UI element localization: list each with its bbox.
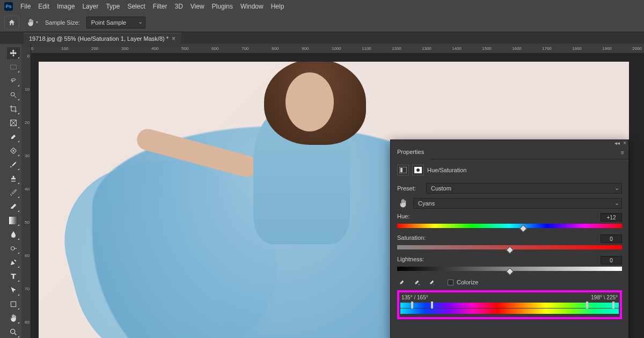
hue-label: Hue: bbox=[397, 213, 409, 222]
ruler-tick: 100 bbox=[61, 46, 68, 51]
menu-plugins[interactable]: Plugins bbox=[212, 3, 233, 10]
healing-tool[interactable] bbox=[7, 145, 20, 157]
ruler-tick: 60 bbox=[25, 253, 30, 258]
properties-tab[interactable]: Properties bbox=[391, 145, 430, 159]
adjustment-title: Hue/Saturation bbox=[427, 167, 466, 173]
targeted-adjust-icon[interactable] bbox=[397, 198, 409, 209]
ruler-tick: 1600 bbox=[512, 46, 522, 51]
menu-type[interactable]: Type bbox=[106, 3, 120, 10]
history-brush-tool[interactable] bbox=[7, 187, 20, 199]
dodge-tool[interactable] bbox=[7, 243, 20, 254]
ruler-tick: 1100 bbox=[362, 46, 371, 51]
stamp-tool[interactable] bbox=[7, 173, 20, 185]
zoom-tool[interactable] bbox=[7, 326, 20, 338]
ruler-tick: 400 bbox=[151, 46, 158, 51]
properties-panel: ◂◂ × Properties ≡ Hue/Saturat bbox=[390, 139, 629, 338]
hue-slider[interactable] bbox=[397, 224, 622, 228]
ruler-tick: 700 bbox=[241, 46, 248, 51]
move-tool[interactable] bbox=[7, 47, 20, 59]
svg-text:-: - bbox=[433, 283, 434, 286]
menu-image[interactable]: Image bbox=[57, 3, 75, 10]
document-tab[interactable]: 19718.jpg @ 55% (Hue/Saturation 1, Layer… bbox=[24, 33, 181, 44]
menu-select[interactable]: Select bbox=[127, 3, 145, 10]
close-icon[interactable]: × bbox=[172, 35, 175, 42]
crop-tool[interactable] bbox=[7, 103, 20, 115]
menu-edit[interactable]: Edit bbox=[38, 3, 49, 10]
preset-dropdown[interactable]: Custom bbox=[426, 183, 622, 194]
type-tool[interactable] bbox=[7, 270, 20, 282]
svg-rect-0 bbox=[11, 65, 17, 69]
ruler-tick: 200 bbox=[91, 46, 98, 51]
ruler-tick: 1700 bbox=[542, 46, 552, 51]
eyedropper-subtract-icon[interactable]: - bbox=[427, 277, 437, 287]
svg-point-7 bbox=[11, 329, 15, 334]
range-left-label: 135° / 165° bbox=[401, 295, 428, 300]
svg-text:+: + bbox=[418, 283, 420, 286]
sample-size-value: Point Sample bbox=[91, 19, 126, 26]
color-range-slider-bottom[interactable] bbox=[400, 308, 619, 314]
eyedropper-tool[interactable] bbox=[7, 131, 20, 143]
gradient-tool[interactable] bbox=[7, 215, 20, 226]
range-right-label: 198° \ 225° bbox=[591, 295, 618, 300]
lasso-tool[interactable] bbox=[7, 75, 20, 87]
home-button[interactable] bbox=[4, 16, 19, 30]
saturation-value-input[interactable]: 0 bbox=[601, 234, 622, 243]
hand-tool[interactable] bbox=[7, 312, 20, 324]
marquee-tool[interactable] bbox=[7, 61, 20, 73]
eyedropper-icon[interactable] bbox=[397, 277, 407, 287]
saturation-slider[interactable] bbox=[397, 245, 622, 249]
canvas[interactable]: ◂◂ × Properties ≡ Hue/Saturat bbox=[31, 54, 644, 338]
ruler-tick: 1500 bbox=[482, 46, 492, 51]
channel-value: Cyans bbox=[418, 200, 435, 207]
lightness-slider[interactable] bbox=[397, 267, 622, 271]
menu-file[interactable]: File bbox=[20, 3, 31, 10]
menu-help[interactable]: Help bbox=[271, 3, 284, 10]
menu-3d[interactable]: 3D bbox=[174, 3, 182, 10]
lightness-label: Lightness: bbox=[397, 256, 424, 264]
panel-menu-icon[interactable]: ≡ bbox=[621, 149, 624, 156]
hue-value-input[interactable]: +12 bbox=[601, 213, 622, 222]
sample-size-dropdown[interactable]: Point Sample bbox=[86, 17, 145, 28]
ruler-tick: 900 bbox=[302, 46, 309, 51]
brush-tool[interactable] bbox=[7, 159, 20, 171]
ruler-tick: 20 bbox=[25, 120, 30, 125]
color-range-slider-top[interactable] bbox=[400, 303, 619, 308]
current-tool-icon[interactable]: ▾ bbox=[26, 16, 39, 29]
svg-rect-4 bbox=[9, 217, 18, 224]
ruler-tick: 0 bbox=[27, 54, 30, 58]
eraser-tool[interactable] bbox=[7, 201, 20, 212]
blur-tool[interactable] bbox=[7, 229, 20, 240]
panel-dock-left bbox=[0, 44, 5, 338]
menu-window[interactable]: Window bbox=[240, 3, 264, 10]
eyedropper-add-icon[interactable]: + bbox=[412, 277, 422, 287]
path-select-tool[interactable] bbox=[7, 284, 20, 296]
menu-filter[interactable]: Filter bbox=[153, 3, 167, 10]
panel-grip[interactable]: ◂◂ × bbox=[391, 140, 628, 145]
ruler-tick: 600 bbox=[211, 46, 218, 51]
quick-select-tool[interactable] bbox=[7, 89, 20, 101]
canvas-area: 0100200300400500600700800900100011001200… bbox=[31, 44, 644, 338]
options-bar: ▾ Sample Size: Point Sample bbox=[0, 13, 644, 32]
svg-point-1 bbox=[11, 92, 14, 96]
colorize-label: Colorize bbox=[457, 279, 478, 285]
frame-tool[interactable] bbox=[7, 117, 20, 129]
shape-tool[interactable] bbox=[7, 298, 20, 310]
menu-view[interactable]: View bbox=[191, 3, 204, 10]
app-logo: Ps bbox=[4, 2, 13, 11]
adjustment-icon[interactable] bbox=[397, 165, 409, 175]
preset-label: Preset: bbox=[397, 185, 422, 192]
ruler-tick: 2000 bbox=[632, 46, 642, 51]
close-panel-icon[interactable]: × bbox=[623, 140, 626, 146]
ruler-tick: 30 bbox=[25, 153, 30, 158]
channel-dropdown[interactable]: Cyans bbox=[413, 198, 622, 209]
ruler-tick: 1800 bbox=[572, 46, 582, 51]
menu-layer[interactable]: Layer bbox=[82, 3, 98, 10]
document-tab-title: 19718.jpg @ 55% (Hue/Saturation 1, Layer… bbox=[29, 35, 169, 42]
ruler-tick: 500 bbox=[181, 46, 188, 51]
mask-icon[interactable] bbox=[412, 165, 424, 175]
colorize-checkbox[interactable] bbox=[448, 280, 453, 285]
collapse-icon[interactable]: ◂◂ bbox=[614, 140, 620, 146]
lightness-value-input[interactable]: 0 bbox=[601, 256, 622, 264]
ruler-tick: 50 bbox=[25, 220, 30, 225]
pen-tool[interactable] bbox=[7, 256, 20, 268]
